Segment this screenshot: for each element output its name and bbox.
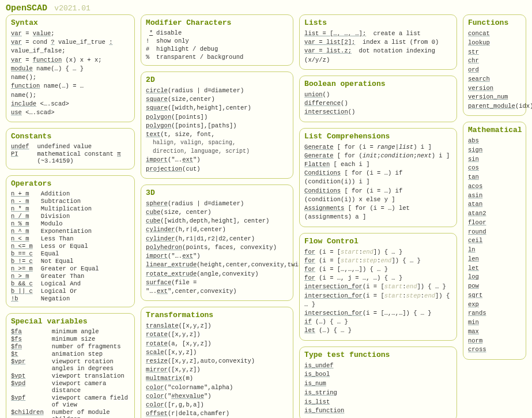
parent-module-link[interactable]: parent_module(idx) (468, 102, 521, 111)
function-link[interactable]: len (468, 255, 479, 262)
code-line[interactable]: rotate([x,y,z]) (146, 330, 288, 339)
code-line[interactable]: text(t, size, font,halign, valign, spaci… (146, 130, 288, 156)
function-link[interactable]: is_num (304, 380, 326, 387)
modifier-char[interactable]: * (146, 29, 156, 36)
function-link[interactable]: str (468, 48, 479, 55)
term[interactable]: $t (11, 351, 18, 357)
code-line[interactable]: Assignments [ for (i = …) let (assignmen… (304, 204, 452, 221)
code-line[interactable]: scale([x,y,z]) (146, 348, 288, 357)
code-line[interactable]: import("….ext") (146, 252, 288, 261)
function-link[interactable]: version (468, 85, 493, 92)
code-line[interactable]: cube(size, center) (146, 208, 288, 217)
code-line[interactable]: intersection_for(i = [start:step:end]) {… (304, 292, 452, 309)
code-line[interactable]: cube([width,depth,height], center) (146, 217, 288, 225)
term[interactable]: b && c (11, 280, 33, 287)
term[interactable]: $children (11, 409, 44, 418)
code-line[interactable]: rotate_extrude(angle,convexity) (146, 270, 288, 278)
code-line[interactable]: surface(file = "….ext",center,convexity) (146, 278, 288, 296)
code-line[interactable]: var = list.z; dot notation indexing (x/y… (304, 47, 452, 64)
function-link[interactable]: concat (468, 30, 490, 37)
function-link[interactable]: is_bool (304, 371, 330, 378)
function-link[interactable]: sign (468, 146, 482, 153)
code-line[interactable]: multmatrix(m) (146, 374, 288, 383)
code-line[interactable]: sphere(radius | d=diameter) (146, 199, 288, 208)
code-line[interactable]: for (i = […,…,…]) { … } (304, 265, 452, 274)
modifier-char[interactable]: # (146, 46, 156, 52)
modifier-char[interactable]: % (146, 54, 156, 61)
function-link[interactable]: rands (468, 310, 486, 317)
term[interactable]: $fa (11, 328, 22, 335)
function-link[interactable]: pow (468, 283, 479, 289)
code-line[interactable]: color("colorname",alpha) (146, 383, 288, 392)
code-line[interactable]: module name(…) { … }name(); (11, 65, 130, 82)
code-line[interactable]: offset(r|delta,chamfer) (146, 409, 288, 418)
function-link[interactable]: atan2 (468, 210, 486, 217)
code-line[interactable]: polygon([points]) (146, 113, 288, 122)
function-link[interactable]: search (468, 76, 490, 82)
function-link[interactable]: version_num (468, 93, 508, 100)
code-line[interactable]: var = function (x) x + x; (11, 56, 130, 65)
term[interactable]: n >= m (11, 265, 33, 272)
function-link[interactable]: atan (468, 201, 482, 208)
code-line[interactable]: if (…) { … } (304, 318, 452, 326)
term[interactable]: n / m (11, 213, 29, 220)
term[interactable]: n - m (11, 198, 29, 205)
term[interactable]: PI (11, 150, 18, 164)
code-line[interactable]: intersection() (304, 108, 452, 116)
function-link[interactable]: norm (468, 337, 482, 344)
term[interactable]: n < m (11, 235, 29, 242)
function-link[interactable]: let (468, 265, 479, 272)
code-line[interactable]: translate([x,y,z]) (146, 322, 288, 330)
term[interactable]: $vpd (11, 380, 25, 394)
term[interactable]: b || c (11, 288, 33, 295)
function-link[interactable]: is_string (304, 389, 337, 396)
term[interactable]: $vpf (11, 394, 25, 408)
function-link[interactable]: chr (468, 57, 479, 64)
code-line[interactable]: union() (304, 91, 452, 99)
code-line[interactable]: polyhedron(points, faces, convexity) (146, 243, 288, 252)
term[interactable]: !b (11, 295, 18, 302)
code-line[interactable]: list = […, …, …]; create a list (304, 29, 452, 38)
code-line[interactable]: cylinder(h,r|d,center) (146, 225, 288, 234)
code-line[interactable]: circle(radius | d=diameter) (146, 86, 288, 95)
code-line[interactable]: polygon([points],[paths]) (146, 122, 288, 130)
function-link[interactable]: is_undef (304, 362, 333, 369)
function-link[interactable]: round (468, 228, 486, 235)
term[interactable]: b == c (11, 250, 33, 257)
function-link[interactable]: sin (468, 156, 479, 163)
function-link[interactable]: abs (468, 137, 479, 144)
function-link[interactable]: cos (468, 164, 479, 171)
code-line[interactable]: projection(cut) (146, 165, 288, 174)
function-link[interactable]: lookup (468, 39, 490, 46)
code-line[interactable]: let (…) { … } (304, 326, 452, 335)
code-line[interactable]: mirror([x,y,z]) (146, 366, 288, 374)
code-line[interactable]: import("….ext") (146, 156, 288, 164)
function-link[interactable]: min (468, 319, 479, 326)
modifier-char[interactable]: ! (146, 37, 156, 44)
code-line[interactable]: var = value; (11, 29, 130, 38)
code-line[interactable]: Generate [ for (init;condition;next) i ] (304, 152, 452, 160)
code-line[interactable]: Conditions [ for (i = …) if (condition(i… (304, 187, 452, 204)
function-link[interactable]: ceil (468, 237, 482, 244)
code-line[interactable]: include <….scad> (11, 100, 130, 108)
function-link[interactable]: exp (468, 301, 479, 308)
term[interactable]: $vpr (11, 358, 25, 372)
term[interactable]: $fn (11, 343, 22, 350)
term[interactable]: n * m (11, 205, 29, 212)
function-link[interactable]: is_list (304, 398, 330, 405)
code-line[interactable]: square(size,center) (146, 95, 288, 104)
code-line[interactable]: intersection_for(i = […,…,…]) { … } (304, 309, 452, 318)
term[interactable]: n % m (11, 220, 29, 227)
term[interactable]: b != c (11, 258, 33, 265)
function-link[interactable]: sqrt (468, 292, 482, 299)
code-line[interactable]: use <….scad> (11, 108, 130, 117)
term[interactable]: n <= m (11, 243, 33, 250)
function-link[interactable]: cross (468, 346, 486, 353)
code-line[interactable]: rotate(a, [x,y,z]) (146, 340, 288, 348)
function-link[interactable]: tan (468, 174, 479, 180)
function-link[interactable]: acos (468, 183, 482, 190)
term[interactable]: n + m (11, 190, 29, 197)
code-line[interactable]: difference() (304, 99, 452, 108)
function-link[interactable]: ln (468, 246, 476, 253)
code-line[interactable]: cylinder(h,r1|d1,r2|d2,center) (146, 235, 288, 243)
